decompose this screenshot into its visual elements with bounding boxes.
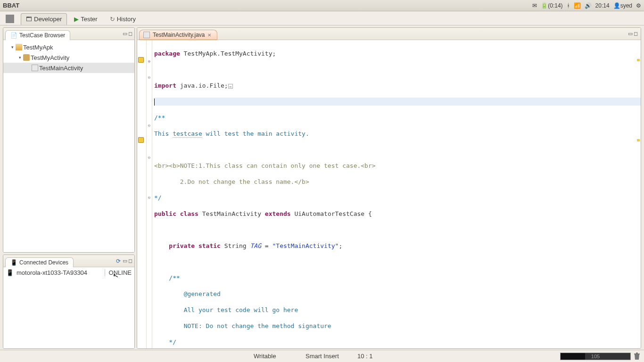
connected-devices-header: 📱 Connected Devices ⟳ ▭ ◻	[3, 255, 134, 267]
editor-view: TestMainActivity.java ✕ ▭ ◻	[137, 27, 641, 349]
fold-collapse-icon[interactable]: ⊖	[147, 74, 152, 82]
testcase-browser-body: ▾ TestMyApk ▾ TestMyActivity TestMainAct…	[3, 40, 134, 252]
perspective-developer[interactable]: 🗔 Developer	[21, 13, 67, 25]
main-area: 📄 TestCase Browser ▭ ◻ ▾ TestMyApk ▾	[0, 25, 644, 350]
warning-marker-icon[interactable]	[138, 137, 144, 143]
battery-indicator[interactable]: 🔋(0:14)	[541, 2, 562, 9]
history-icon: ↻	[110, 16, 115, 23]
package-icon	[23, 54, 30, 61]
device-status: ONLINE	[109, 269, 132, 276]
close-icon[interactable]: ✕	[207, 33, 211, 38]
maximize-icon[interactable]: ◻	[128, 31, 132, 37]
minimize-icon[interactable]: ▭	[628, 31, 633, 37]
status-bar: Writable Smart Insert 10 : 1 105	[0, 350, 644, 362]
fold-collapse-icon[interactable]: ⊖	[147, 194, 152, 202]
status-insert-mode: Smart Insert	[305, 353, 343, 360]
fold-expand-icon[interactable]: ⊕	[147, 58, 152, 66]
fold-column: ⊕ ⊖ ⊖ ⊖ ⊖	[147, 40, 152, 348]
testcase-browser-view: 📄 TestCase Browser ▭ ◻ ▾ TestMyApk ▾	[3, 27, 135, 253]
tree-node-project[interactable]: ▾ TestMyApk	[3, 42, 134, 52]
code-content[interactable]: package TestMyApk.TestMyActivity; import…	[152, 40, 641, 348]
system-tray: ✉ 🔋(0:14) ᚼ 📶 🔊 20:14 👤 syed ⚙	[532, 2, 641, 9]
perspective-history[interactable]: ↻ History	[105, 13, 141, 25]
play-icon: ▶	[74, 16, 79, 23]
progress-indicator[interactable]: 105	[560, 353, 640, 360]
testcase-browser-header: 📄 TestCase Browser ▭ ◻	[3, 28, 134, 40]
connected-devices-tab[interactable]: 📱 Connected Devices	[5, 257, 74, 267]
device-name: motorola-xt1033-TA93304	[17, 269, 105, 276]
titlebar: BBAT ✉ 🔋(0:14) ᚼ 📶 🔊 20:14 👤 syed ⚙	[0, 0, 644, 11]
code-area[interactable]: ⊕ ⊖ ⊖ ⊖ ⊖ package TestMyApk.TestMyActivi…	[137, 40, 641, 348]
app-title: BBAT	[3, 2, 532, 9]
overview-warning-icon[interactable]	[637, 59, 640, 61]
overview-warning-icon[interactable]	[637, 139, 640, 141]
perspective-tester[interactable]: ▶ Tester	[69, 13, 102, 25]
sound-icon[interactable]: 🔊	[585, 2, 592, 9]
tree-node-file[interactable]: TestMainActivity	[3, 63, 134, 73]
fold-collapse-icon[interactable]: ⊖	[147, 154, 152, 162]
developer-icon: 🗔	[26, 16, 32, 23]
maximize-icon[interactable]: ◻	[128, 258, 132, 264]
fold-collapse-icon[interactable]: ⊖	[147, 122, 152, 130]
tree-node-package[interactable]: ▾ TestMyActivity	[3, 52, 134, 63]
maximize-icon[interactable]: ◻	[634, 31, 638, 37]
editor-tabs: TestMainActivity.java ✕ ▭ ◻	[137, 28, 641, 40]
user-indicator[interactable]: 👤 syed	[613, 2, 632, 9]
project-icon	[16, 44, 22, 50]
device-row[interactable]: 📱 motorola-xt1033-TA93304 ONLINE	[6, 269, 132, 276]
browser-icon: 📄	[10, 32, 17, 39]
editor-tab-active[interactable]: TestMainActivity.java ✕	[139, 30, 217, 40]
perspective-bar: 🗔 Developer ▶ Tester ↻ History	[0, 11, 644, 25]
expand-icon[interactable]: ▾	[10, 45, 15, 49]
trash-icon[interactable]	[634, 353, 640, 360]
settings-gear-icon[interactable]: ⚙	[636, 2, 641, 9]
status-writable: Writable	[254, 353, 291, 360]
gutter	[137, 40, 147, 348]
device-icon: 📱	[10, 259, 17, 266]
phone-icon: 📱	[6, 269, 14, 276]
testcase-browser-tab[interactable]: 📄 TestCase Browser	[5, 30, 70, 40]
perspective-open-icon[interactable]	[6, 15, 14, 23]
minimize-icon[interactable]: ▭	[123, 258, 127, 264]
mail-icon[interactable]: ✉	[532, 2, 537, 9]
status-cursor-position: 10 : 1	[357, 353, 395, 360]
editor-column: TestMainActivity.java ✕ ▭ ◻	[136, 25, 644, 350]
left-column: 📄 TestCase Browser ▭ ◻ ▾ TestMyApk ▾	[0, 25, 136, 350]
java-file-icon	[143, 32, 150, 38]
bluetooth-icon[interactable]: ᚼ	[567, 2, 570, 9]
refresh-icon[interactable]: ⟳	[116, 258, 121, 264]
warning-marker-icon[interactable]	[138, 57, 144, 63]
connected-devices-body: 📱 motorola-xt1033-TA93304 ONLINE	[3, 267, 134, 348]
expand-icon[interactable]: ▾	[17, 55, 22, 60]
minimize-icon[interactable]: ▭	[123, 31, 127, 37]
network-icon[interactable]: 📶	[574, 2, 581, 9]
connected-devices-view: 📱 Connected Devices ⟳ ▭ ◻ 📱 motorola-xt1…	[3, 255, 135, 349]
clock[interactable]: 20:14	[595, 2, 610, 9]
java-file-icon	[32, 65, 38, 71]
